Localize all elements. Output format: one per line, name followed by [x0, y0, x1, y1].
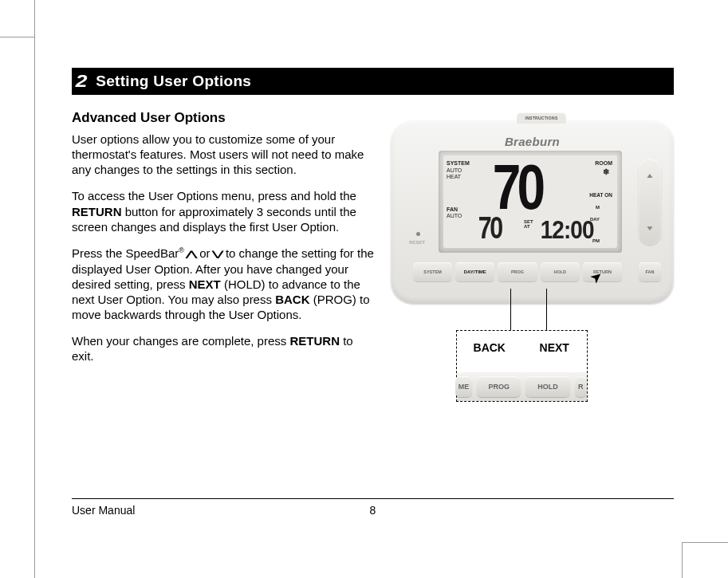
- crop-mark: [34, 0, 35, 578]
- reset-label: RESET: [409, 240, 425, 245]
- zoom-button-row: ME PROG HOLD R: [457, 372, 587, 401]
- zoom-detail: BACK NEXT ME PROG HOLD R: [456, 330, 588, 402]
- lbl-system: SYSTEM: [447, 160, 470, 166]
- lbl-day: DAY: [590, 217, 600, 222]
- next-label: NEXT: [522, 339, 588, 356]
- daytime-button[interactable]: DAY/TIME: [455, 262, 494, 281]
- fan-button[interactable]: FAN: [639, 262, 661, 281]
- crop-mark: [682, 542, 728, 543]
- page-footer: User Manual 8: [72, 498, 674, 517]
- crop-mark: [0, 37, 34, 37]
- callout-line: [546, 289, 547, 335]
- body-text: Advanced User Options User options allow…: [72, 109, 375, 376]
- lbl-auto: AUTO: [447, 167, 462, 173]
- lbl-auto: AUTO: [447, 213, 462, 218]
- lcd-frame: 70 70 12:00 SYSTEM AUTO HEAT FAN AUTO RO…: [439, 151, 622, 253]
- paragraph: When your changes are complete, press RE…: [72, 333, 375, 364]
- lbl-setat: SET AT: [524, 219, 533, 229]
- lbl-room: ROOM: [595, 160, 612, 166]
- callout-line: [510, 289, 511, 335]
- paragraph: User options allow you to customize some…: [72, 132, 375, 178]
- set-temp: 70: [478, 211, 502, 246]
- lbl-heat: HEAT: [447, 174, 461, 179]
- crop-mark: [682, 542, 683, 578]
- up-chevron-icon: ⋀: [186, 250, 197, 259]
- paragraph: Press the SpeedBar® ⋀ or ⋁ to change the…: [72, 246, 375, 322]
- up-arrow-icon[interactable]: ▲: [645, 171, 655, 179]
- section-header: 2 Setting User Options: [72, 68, 674, 95]
- system-button[interactable]: SYSTEM: [413, 262, 452, 281]
- lbl-fan: FAN: [447, 206, 458, 212]
- prog-button[interactable]: PROG: [498, 262, 537, 281]
- down-chevron-icon: ⋁: [212, 250, 223, 259]
- zoom-me-fragment: ME: [455, 376, 472, 397]
- back-label: BACK: [457, 339, 522, 356]
- lbl-pm: PM: [592, 238, 600, 243]
- page-number: 8: [370, 504, 376, 517]
- hold-button[interactable]: HOLD: [541, 262, 580, 281]
- brand-logo: Braeburn: [505, 135, 560, 148]
- zoom-hold-button[interactable]: HOLD: [525, 376, 569, 397]
- zoom-prog-button[interactable]: PROG: [477, 376, 521, 397]
- lbl-heaton: HEAT ON: [589, 192, 612, 198]
- down-arrow-icon[interactable]: ▼: [645, 224, 655, 232]
- thermostat-device: INSTRUCTIONS Braeburn 70 70 12:00 SYSTEM…: [391, 120, 674, 304]
- section-title: Setting User Options: [96, 73, 251, 90]
- clock: 12:00: [541, 216, 594, 245]
- speedbar[interactable]: ▲ ▼: [639, 159, 661, 245]
- instructions-tab: INSTRUCTIONS: [517, 112, 566, 124]
- section-number: 2: [76, 71, 88, 92]
- lbl-m: M: [596, 205, 600, 210]
- lcd-screen: 70 70 12:00 SYSTEM AUTO HEAT FAN AUTO RO…: [443, 155, 617, 248]
- zoom-r-fragment: R: [575, 376, 587, 397]
- reset-button[interactable]: [416, 232, 420, 236]
- paragraph: To access the User Options menu, press a…: [72, 188, 375, 234]
- subheading: Advanced User Options: [72, 109, 375, 127]
- footer-left: User Manual: [72, 504, 135, 517]
- snowflake-icon: ❄: [603, 167, 609, 176]
